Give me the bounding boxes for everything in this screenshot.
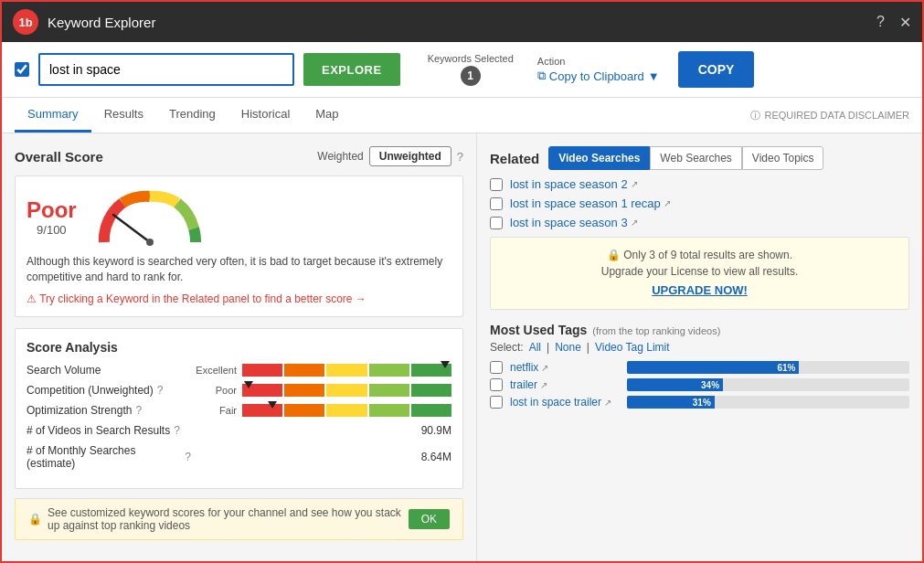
info-competition-icon[interactable]: ? xyxy=(157,384,164,397)
info-icon: ⓘ xyxy=(750,109,760,122)
tag-checkbox-trailer[interactable] xyxy=(490,378,503,391)
result-link-0[interactable]: lost in space season 2 ↗ xyxy=(510,177,638,191)
metric-value-monthly: 8.64M xyxy=(397,451,451,463)
help-button[interactable]: ? xyxy=(876,14,885,30)
tag-row-trailer: trailer ↗ 34% xyxy=(490,378,909,391)
metric-row-monthly: # of Monthly Searches (estimate) ? 8.64M xyxy=(27,444,451,470)
tag-link-netflix[interactable]: netflix ↗ xyxy=(510,361,620,374)
ext-icon: ↗ xyxy=(541,363,548,373)
result-link-1[interactable]: lost in space season 1 recap ↗ xyxy=(510,197,671,210)
tab-historical[interactable]: Historical xyxy=(228,98,303,133)
score-tip[interactable]: ⚠ Try clicking a Keyword in the Related … xyxy=(27,292,451,305)
related-header: Related Video Searches Web Searches Vide… xyxy=(490,146,909,170)
upgrade-now-link[interactable]: UPGRADE NOW! xyxy=(652,283,748,297)
tag-checkbox-lost-trailer[interactable] xyxy=(490,396,503,409)
result-checkbox-2[interactable] xyxy=(490,217,503,229)
related-result-row: lost in space season 2 ↗ xyxy=(490,177,909,191)
disclaimer-text: REQUIRED DATA DISCLAIMER xyxy=(764,110,909,121)
external-link-icon: ↗ xyxy=(664,198,671,208)
external-link-icon: ↗ xyxy=(631,218,638,228)
score-value: 9/100 xyxy=(37,223,67,237)
tag-link-lost-trailer[interactable]: lost in space trailer ↗ xyxy=(510,396,620,409)
keyword-checkbox[interactable] xyxy=(15,62,29,77)
app-title: Keyword Explorer xyxy=(48,15,155,30)
copy-button[interactable]: COPY xyxy=(678,51,755,88)
warning-icon: ⚠ xyxy=(27,292,37,305)
tags-title: Most Used Tags xyxy=(490,323,587,337)
keywords-selected-section: Keywords Selected 1 xyxy=(428,53,514,86)
tag-link-trailer[interactable]: trailer ↗ xyxy=(510,378,620,391)
pointer-competition xyxy=(244,381,253,388)
tag-row-netflix: netflix ↗ 61% xyxy=(490,361,909,374)
bar-competition xyxy=(242,384,451,397)
upgrade-lock-icon: 🔒 xyxy=(607,249,621,261)
metric-label-search-volume: Search Volume xyxy=(27,364,191,377)
explore-button[interactable]: EXPLORE xyxy=(303,53,400,86)
svg-point-1 xyxy=(146,239,154,246)
tooltip-bar: 🔒 See customized keyword scores for your… xyxy=(15,498,463,540)
overall-score-title: Overall Score xyxy=(15,149,103,165)
metric-row-optimization: Optimization Strength ? Fair xyxy=(27,404,451,417)
result-link-2[interactable]: lost in space season 3 ↗ xyxy=(510,216,638,229)
search-bar: EXPLORE Keywords Selected 1 Action ⧉ Cop… xyxy=(2,42,922,98)
tag-pct-lost-trailer: 31% xyxy=(693,398,711,408)
tooltip-lock-icon: 🔒 xyxy=(28,513,42,526)
ext-icon: ↗ xyxy=(540,380,547,390)
score-section: Poor 9/100 xyxy=(15,175,463,317)
info-videos-icon[interactable]: ? xyxy=(174,424,180,437)
tag-bar-trailer: 34% xyxy=(627,378,909,391)
action-label: Action xyxy=(537,56,660,67)
tooltip-ok-button[interactable]: OK xyxy=(409,509,450,529)
result-checkbox-0[interactable] xyxy=(490,178,503,191)
tab-trending[interactable]: Trending xyxy=(156,98,228,133)
related-result-row: lost in space season 1 recap ↗ xyxy=(490,197,909,210)
svg-line-0 xyxy=(113,215,150,242)
unweighted-button[interactable]: Unweighted xyxy=(369,146,451,166)
select-label: Select: xyxy=(490,341,524,354)
related-tab-buttons: Video Searches Web Searches Video Topics xyxy=(548,146,823,170)
select-none-link[interactable]: None xyxy=(555,341,581,354)
close-button[interactable]: ✕ xyxy=(899,14,911,31)
info-optimization-icon[interactable]: ? xyxy=(135,404,142,417)
score-info-icon[interactable]: ? xyxy=(457,150,463,164)
right-panel: Related Video Searches Web Searches Vide… xyxy=(477,133,922,563)
metric-label-monthly: # of Monthly Searches (estimate) ? xyxy=(27,444,191,470)
select-all-link[interactable]: All xyxy=(529,341,541,354)
disclaimer: ⓘ REQUIRED DATA DISCLAIMER xyxy=(750,109,909,122)
tag-bar-fill-lost-trailer: 31% xyxy=(627,396,715,409)
tag-pct-netflix: 61% xyxy=(777,363,795,373)
bar-search-volume xyxy=(242,364,451,377)
left-panel: Overall Score Weighted Unweighted ? Poor… xyxy=(2,133,477,563)
score-tip-text: Try clicking a Keyword in the Related pa… xyxy=(39,292,366,305)
metric-value-videos: 90.9M xyxy=(397,424,451,437)
copy-to-clipboard-link[interactable]: ⧉ Copy to Clipboard ▼ xyxy=(537,69,660,83)
tab-video-searches[interactable]: Video Searches xyxy=(548,146,650,170)
info-monthly-icon[interactable]: ? xyxy=(185,451,191,463)
search-input[interactable] xyxy=(38,53,294,86)
related-title: Related xyxy=(490,151,539,166)
tab-summary[interactable]: Summary xyxy=(15,98,91,133)
app-icon: 1b xyxy=(13,9,38,35)
tag-checkbox-netflix[interactable] xyxy=(490,361,503,374)
ext-icon: ↗ xyxy=(604,398,611,408)
video-tag-limit-link[interactable]: Video Tag Limit xyxy=(595,341,670,354)
tooltip-message: See customized keyword scores for your c… xyxy=(48,506,409,532)
upgrade-message-1: 🔒 Only 3 of 9 total results are shown. xyxy=(502,249,897,261)
dropdown-arrow-icon: ▼ xyxy=(648,69,660,83)
copy-icon: ⧉ xyxy=(537,69,546,83)
score-description: Although this keyword is searched very o… xyxy=(27,254,451,285)
result-checkbox-1[interactable] xyxy=(490,197,503,210)
tab-map[interactable]: Map xyxy=(303,98,351,133)
tab-video-topics[interactable]: Video Topics xyxy=(742,146,824,170)
tab-web-searches[interactable]: Web Searches xyxy=(650,146,742,170)
title-bar: 1b Keyword Explorer ? ✕ xyxy=(2,2,922,42)
weight-toggle: Weighted Unweighted ? xyxy=(317,146,463,166)
main-content: Overall Score Weighted Unweighted ? Poor… xyxy=(2,133,922,563)
nav-tabs: Summary Results Trending Historical Map … xyxy=(2,98,922,133)
tag-bar-fill-netflix: 61% xyxy=(627,361,799,374)
tag-row-lost-in-space-trailer: lost in space trailer ↗ 31% xyxy=(490,396,909,409)
tab-results[interactable]: Results xyxy=(91,98,156,133)
upgrade-box: 🔒 Only 3 of 9 total results are shown. U… xyxy=(490,237,909,310)
weighted-label: Weighted xyxy=(317,150,363,163)
metric-level-optimization: Fair xyxy=(191,405,237,416)
